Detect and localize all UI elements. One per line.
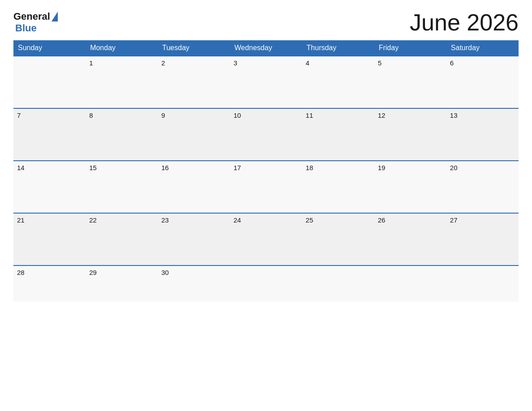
day-cell-17: 17 (230, 161, 302, 213)
day-cell-6: 6 (446, 56, 519, 108)
day-cell-1: 1 (86, 56, 158, 108)
day-cell-21: 21 (13, 214, 86, 265)
header-thursday: Thursday (302, 40, 374, 56)
week-row-2: 7 8 9 10 11 12 13 (13, 108, 519, 160)
week-row-3: 14 15 16 17 18 19 20 (13, 160, 519, 213)
month-title: June 2026 (410, 9, 519, 36)
header-sunday: Sunday (13, 40, 86, 56)
day-cell-30: 30 (158, 266, 230, 302)
day-cell-9: 9 (158, 109, 230, 160)
header-friday: Friday (374, 40, 446, 56)
week-row-5: 28 29 30 (13, 265, 519, 302)
day-cell-empty-31 (230, 266, 302, 302)
week-row-1: 1 2 3 4 5 6 (13, 56, 519, 108)
day-cell-18: 18 (302, 161, 374, 213)
calendar: Sunday Monday Tuesday Wednesday Thursday… (13, 40, 519, 302)
day-cell-empty-32 (302, 266, 374, 302)
day-cell-empty-33 (374, 266, 446, 302)
logo-triangle-icon (51, 12, 58, 21)
day-cell-16: 16 (158, 161, 230, 213)
header-monday: Monday (86, 40, 158, 56)
day-cell-20: 20 (446, 161, 519, 213)
logo-general-text: General (13, 11, 50, 22)
logo-blue-text: Blue (15, 22, 37, 34)
page-header: General Blue June 2026 (13, 9, 519, 36)
day-cell-24: 24 (230, 214, 302, 265)
day-cell-29: 29 (86, 266, 158, 302)
day-cell-11: 11 (302, 109, 374, 160)
header-tuesday: Tuesday (158, 40, 230, 56)
day-cell-14: 14 (13, 161, 86, 213)
day-cell-25: 25 (302, 214, 374, 265)
day-cell-22: 22 (86, 214, 158, 265)
day-cell-15: 15 (86, 161, 158, 213)
week-row-4: 21 22 23 24 25 26 27 (13, 213, 519, 265)
header-saturday: Saturday (446, 40, 519, 56)
day-cell-2: 2 (158, 56, 230, 108)
day-cell-10: 10 (230, 109, 302, 160)
day-cell-empty (13, 56, 86, 108)
day-cell-4: 4 (302, 56, 374, 108)
day-cell-8: 8 (86, 109, 158, 160)
day-cell-26: 26 (374, 214, 446, 265)
day-cell-5: 5 (374, 56, 446, 108)
day-cell-empty-34 (446, 266, 519, 302)
logo: General Blue (13, 11, 58, 34)
day-cell-23: 23 (158, 214, 230, 265)
day-cell-12: 12 (374, 109, 446, 160)
day-cell-13: 13 (446, 109, 519, 160)
day-cell-27: 27 (446, 214, 519, 265)
day-headers-row: Sunday Monday Tuesday Wednesday Thursday… (13, 40, 519, 56)
day-cell-3: 3 (230, 56, 302, 108)
header-wednesday: Wednesday (230, 40, 302, 56)
day-cell-7: 7 (13, 109, 86, 160)
day-cell-28: 28 (13, 266, 86, 302)
day-cell-19: 19 (374, 161, 446, 213)
